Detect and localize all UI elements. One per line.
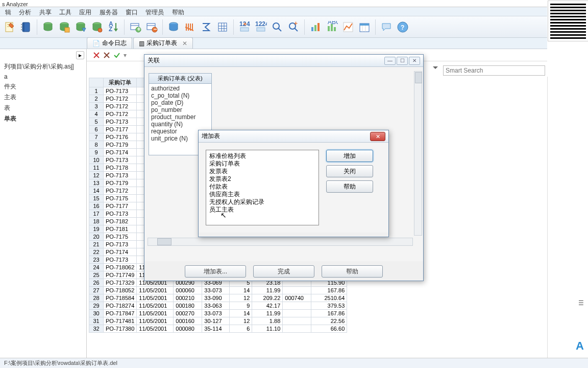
table-add-icon[interactable]: +: [128, 19, 143, 35]
row-number[interactable]: 3: [89, 103, 104, 110]
calendar-icon[interactable]: [357, 19, 372, 35]
search-input[interactable]: [443, 65, 545, 76]
cell[interactable]: 167.86: [311, 287, 347, 294]
cell[interactable]: 167.86: [311, 310, 347, 317]
row-number[interactable]: 17: [89, 210, 104, 218]
row-number[interactable]: 28: [89, 294, 104, 302]
label-1224-icon[interactable]: 1224: [253, 19, 268, 35]
x-red-icon[interactable]: [93, 52, 100, 59]
cell[interactable]: 33-073: [202, 287, 230, 294]
cell[interactable]: 33-063: [202, 302, 230, 310]
notepad-icon[interactable]: [2, 19, 17, 35]
cell[interactable]: PO-7174: [104, 248, 137, 256]
help-icon[interactable]: ?: [395, 19, 410, 35]
close-icon[interactable]: ✕: [182, 40, 187, 47]
chat-icon[interactable]: [379, 19, 394, 35]
cell[interactable]: 11/05/2001: [137, 317, 174, 325]
cell[interactable]: PO-717329: [104, 279, 137, 287]
cell[interactable]: [283, 287, 311, 294]
close-icon[interactable]: ✕: [409, 57, 420, 65]
cell[interactable]: 000270: [174, 310, 202, 317]
row-number[interactable]: 6: [89, 126, 104, 133]
list-item[interactable]: 供应商主表: [209, 191, 315, 198]
db-icon-3[interactable]: [73, 19, 88, 35]
list-item[interactable]: 无授权人的采购记录: [209, 198, 315, 206]
menu-item[interactable]: 服务器: [100, 9, 118, 16]
zoom-plus-icon[interactable]: +: [286, 19, 301, 35]
row-number[interactable]: 1: [89, 87, 104, 95]
cell[interactable]: 9: [230, 302, 252, 310]
row-number[interactable]: 9: [89, 149, 104, 156]
cell[interactable]: PO-718584: [104, 294, 137, 302]
db-icon-2[interactable]: [57, 19, 72, 35]
cell[interactable]: PO-718274: [104, 302, 137, 310]
field-item[interactable]: po_number: [151, 106, 209, 113]
row-number[interactable]: 27: [89, 287, 104, 294]
menu-item[interactable]: 共享: [39, 9, 52, 16]
x-dark-icon[interactable]: [103, 52, 110, 59]
cell[interactable]: 11/05/2001: [137, 310, 174, 317]
cell[interactable]: PO-7172: [104, 187, 137, 195]
sort-az-icon[interactable]: AZ: [106, 19, 121, 35]
cell[interactable]: PO-7173: [104, 156, 137, 164]
finish-button[interactable]: 完成: [253, 265, 314, 278]
field-item[interactable]: po_date (D): [151, 99, 209, 106]
close-icon[interactable]: ✕: [370, 132, 385, 141]
cell[interactable]: PO-7173: [104, 210, 137, 218]
cell[interactable]: PO-7173: [104, 241, 137, 248]
tab-purchase-order[interactable]: ▥ 采购订单表 ✕: [133, 37, 193, 49]
minimize-icon[interactable]: —: [384, 57, 396, 65]
cell[interactable]: PO-7172: [104, 110, 137, 118]
sidebar-item[interactable]: 表: [2, 103, 84, 113]
list-item[interactable]: 采购订单表: [209, 160, 315, 168]
row-number[interactable]: 15: [89, 195, 104, 202]
grid-icon[interactable]: [215, 19, 230, 35]
check-icon[interactable]: [113, 52, 120, 59]
cell[interactable]: PO-7177: [104, 126, 137, 133]
menu-item[interactable]: 管理员: [145, 9, 164, 16]
menu-item[interactable]: 工具: [59, 9, 71, 16]
cell[interactable]: 42.17: [252, 302, 283, 310]
vertical-scrollbar[interactable]: [414, 71, 422, 236]
row-number[interactable]: 32: [89, 325, 104, 333]
row-number[interactable]: 22: [89, 248, 104, 256]
cell[interactable]: 30-127: [202, 317, 230, 325]
cell[interactable]: PO-7174: [104, 149, 137, 156]
cell[interactable]: PO-717380: [104, 325, 137, 333]
field-item[interactable]: c_po_total (N): [151, 92, 209, 99]
row-number[interactable]: 24: [89, 264, 104, 271]
cell[interactable]: 14: [230, 287, 252, 294]
cell[interactable]: PO-7173: [104, 256, 137, 264]
sidebar-item[interactable]: 单表: [2, 113, 84, 124]
cell[interactable]: 1.88: [252, 317, 283, 325]
menu-item[interactable]: 分析: [19, 9, 31, 16]
cell[interactable]: PO-7173: [104, 118, 137, 126]
list-item[interactable]: 付款表: [209, 183, 315, 191]
row-number[interactable]: 7: [89, 133, 104, 141]
row-number[interactable]: 25: [89, 271, 104, 279]
layers-icon[interactable]: ☰: [578, 300, 584, 307]
cell[interactable]: 6: [230, 325, 252, 333]
cell[interactable]: PO-717847: [104, 310, 137, 317]
field-item[interactable]: quantity (N): [151, 121, 209, 128]
row-number[interactable]: 16: [89, 202, 104, 210]
cell[interactable]: 12: [230, 317, 252, 325]
cell[interactable]: 33-090: [202, 294, 230, 302]
table-del-icon[interactable]: −: [144, 19, 159, 35]
sigma-icon[interactable]: [199, 19, 214, 35]
sidebar-item[interactable]: 主表: [2, 92, 84, 103]
row-number[interactable]: 13: [89, 179, 104, 187]
row-number[interactable]: 29: [89, 302, 104, 310]
maximize-icon[interactable]: ☐: [397, 57, 408, 65]
row-number[interactable]: 19: [89, 225, 104, 233]
cell[interactable]: 000210: [174, 294, 202, 302]
cell[interactable]: 000180: [174, 302, 202, 310]
field-dropdown-icon[interactable]: [433, 66, 438, 72]
row-number[interactable]: 20: [89, 233, 104, 241]
list-item[interactable]: 发票表2: [209, 175, 315, 183]
list-item[interactable]: 员工主表: [209, 206, 315, 214]
cell[interactable]: 35-114: [202, 325, 230, 333]
row-number[interactable]: 21: [89, 241, 104, 248]
cell[interactable]: PO-7175: [104, 195, 137, 202]
label-124-icon[interactable]: 124: [237, 19, 252, 35]
